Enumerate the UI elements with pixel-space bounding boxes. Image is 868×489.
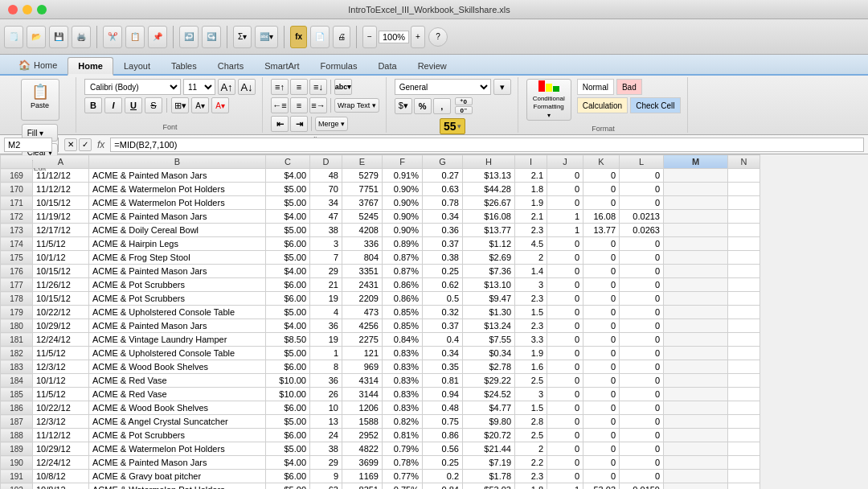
cell-192-f[interactable]: 0.75% bbox=[383, 483, 423, 490]
cell-170-d[interactable]: 70 bbox=[310, 183, 342, 196]
bad-style[interactable]: Bad bbox=[616, 79, 642, 95]
cell-169-f[interactable]: 0.91% bbox=[383, 169, 423, 183]
cell-187-j[interactable]: 0 bbox=[547, 415, 583, 429]
cell-191-f[interactable]: 0.77% bbox=[383, 470, 423, 483]
number-format-select[interactable]: General bbox=[395, 79, 491, 95]
cell-177-l[interactable]: 0 bbox=[620, 278, 664, 292]
cell-173-e[interactable]: 4208 bbox=[342, 224, 383, 237]
cell-190-a[interactable]: 12/24/12 bbox=[33, 456, 89, 470]
cell-190-n[interactable] bbox=[728, 456, 760, 470]
comma-button[interactable]: , bbox=[433, 98, 451, 114]
cell-172-m[interactable] bbox=[664, 210, 728, 224]
cell-176-d[interactable]: 29 bbox=[310, 265, 342, 278]
cell-183-j[interactable]: 0 bbox=[547, 360, 583, 374]
cell-191-j[interactable]: 0 bbox=[547, 470, 583, 483]
cell-171-c[interactable]: $5.00 bbox=[266, 196, 310, 210]
cell-175-f[interactable]: 0.87% bbox=[383, 251, 423, 265]
cell-175-n[interactable] bbox=[728, 251, 760, 265]
cell-177-h[interactable]: $13.10 bbox=[463, 278, 515, 292]
col-header-d[interactable]: D bbox=[310, 155, 342, 169]
col-header-a[interactable]: A bbox=[33, 155, 89, 169]
cell-184-d[interactable]: 36 bbox=[310, 374, 342, 388]
cell-184-k[interactable]: 0 bbox=[583, 374, 620, 388]
col-header-e[interactable]: E bbox=[342, 155, 383, 169]
cell-176-f[interactable]: 0.87% bbox=[383, 265, 423, 278]
cell-188-num[interactable]: 188 bbox=[1, 429, 33, 442]
cell-187-num[interactable]: 187 bbox=[1, 415, 33, 429]
cell-192-num[interactable]: 192 bbox=[1, 483, 33, 490]
cell-173-f[interactable]: 0.90% bbox=[383, 224, 423, 237]
cell-176-c[interactable]: $4.00 bbox=[266, 265, 310, 278]
cell-180-m[interactable] bbox=[664, 319, 728, 333]
cell-173-j[interactable]: 1 bbox=[547, 224, 583, 237]
cell-188-i[interactable]: 2.5 bbox=[515, 429, 547, 442]
col-header-g[interactable]: G bbox=[423, 155, 463, 169]
cell-190-num[interactable]: 190 bbox=[1, 456, 33, 470]
cell-189-m[interactable] bbox=[664, 442, 728, 456]
cell-170-num[interactable]: 170 bbox=[1, 183, 33, 196]
col-header-h[interactable]: H bbox=[463, 155, 515, 169]
cell-174-n[interactable] bbox=[728, 237, 760, 251]
zoom-decrease[interactable]: − bbox=[362, 26, 377, 48]
cell-182-e[interactable]: 121 bbox=[342, 347, 383, 360]
cell-173-b[interactable]: ACME & Doily Cereal Bowl bbox=[89, 224, 266, 237]
cell-182-k[interactable]: 0 bbox=[583, 347, 620, 360]
cell-186-h[interactable]: $4.77 bbox=[463, 401, 515, 415]
cell-189-n[interactable] bbox=[728, 442, 760, 456]
cell-179-h[interactable]: $1.30 bbox=[463, 306, 515, 319]
cell-191-a[interactable]: 10/8/12 bbox=[33, 470, 89, 483]
text-orient-button[interactable]: abc▾ bbox=[334, 79, 352, 95]
cell-186-j[interactable]: 0 bbox=[547, 401, 583, 415]
cell-171-b[interactable]: ACME & Watermelon Pot Holders bbox=[89, 196, 266, 210]
tab-layout[interactable]: Layout bbox=[113, 57, 161, 74]
save-button[interactable]: 💾 bbox=[49, 26, 68, 48]
cell-173-m[interactable] bbox=[664, 224, 728, 237]
col-header-i[interactable]: I bbox=[515, 155, 547, 169]
cell-169-d[interactable]: 48 bbox=[310, 169, 342, 183]
align-right-top-button[interactable]: ≡↓ bbox=[309, 79, 327, 95]
cell-179-b[interactable]: ACME & Upholstered Console Table bbox=[89, 306, 266, 319]
cell-184-c[interactable]: $10.00 bbox=[266, 374, 310, 388]
cell-178-d[interactable]: 19 bbox=[310, 292, 342, 306]
cell-178-n[interactable] bbox=[728, 292, 760, 306]
cell-181-num[interactable]: 181 bbox=[1, 333, 33, 347]
cell-189-b[interactable]: ACME & Watermelon Pot Holders bbox=[89, 442, 266, 456]
window-controls[interactable] bbox=[8, 5, 47, 14]
cell-188-d[interactable]: 24 bbox=[310, 429, 342, 442]
cell-187-h[interactable]: $9.80 bbox=[463, 415, 515, 429]
indent-increase-button[interactable]: ⇥ bbox=[290, 116, 308, 132]
cell-179-g[interactable]: 0.32 bbox=[423, 306, 463, 319]
cell-183-m[interactable] bbox=[664, 360, 728, 374]
cell-176-m[interactable] bbox=[664, 265, 728, 278]
cell-190-b[interactable]: ACME & Painted Mason Jars bbox=[89, 456, 266, 470]
cell-185-f[interactable]: 0.83% bbox=[383, 388, 423, 401]
cell-184-num[interactable]: 184 bbox=[1, 374, 33, 388]
spreadsheet-wrapper[interactable]: A B C D E F G H I J K L M N 16911/12/12A… bbox=[0, 154, 868, 489]
cell-187-k[interactable]: 0 bbox=[583, 415, 620, 429]
cell-183-a[interactable]: 12/3/12 bbox=[33, 360, 89, 374]
cell-185-l[interactable]: 0 bbox=[620, 388, 664, 401]
cell-171-g[interactable]: 0.78 bbox=[423, 196, 463, 210]
cell-185-e[interactable]: 3144 bbox=[342, 388, 383, 401]
cell-188-a[interactable]: 11/12/12 bbox=[33, 429, 89, 442]
cell-169-b[interactable]: ACME & Painted Mason Jars bbox=[89, 169, 266, 183]
cell-189-c[interactable]: $5.00 bbox=[266, 442, 310, 456]
cell-188-g[interactable]: 0.86 bbox=[423, 429, 463, 442]
cell-185-b[interactable]: ACME & Red Vase bbox=[89, 388, 266, 401]
cell-186-i[interactable]: 1.5 bbox=[515, 401, 547, 415]
cell-180-b[interactable]: ACME & Painted Mason Jars bbox=[89, 319, 266, 333]
cell-180-k[interactable]: 0 bbox=[583, 319, 620, 333]
cell-177-c[interactable]: $6.00 bbox=[266, 278, 310, 292]
cell-181-j[interactable]: 0 bbox=[547, 333, 583, 347]
cell-174-m[interactable] bbox=[664, 237, 728, 251]
cell-190-h[interactable]: $7.19 bbox=[463, 456, 515, 470]
cell-170-l[interactable]: 0 bbox=[620, 183, 664, 196]
cell-179-f[interactable]: 0.85% bbox=[383, 306, 423, 319]
cell-178-num[interactable]: 178 bbox=[1, 292, 33, 306]
cell-176-i[interactable]: 1.4 bbox=[515, 265, 547, 278]
cell-172-g[interactable]: 0.34 bbox=[423, 210, 463, 224]
cell-174-a[interactable]: 11/5/12 bbox=[33, 237, 89, 251]
cell-187-b[interactable]: ACME & Angel Crystal Suncatcher bbox=[89, 415, 266, 429]
cell-180-c[interactable]: $4.00 bbox=[266, 319, 310, 333]
decrease-decimal-button[interactable]: 0⁻ bbox=[455, 106, 473, 114]
